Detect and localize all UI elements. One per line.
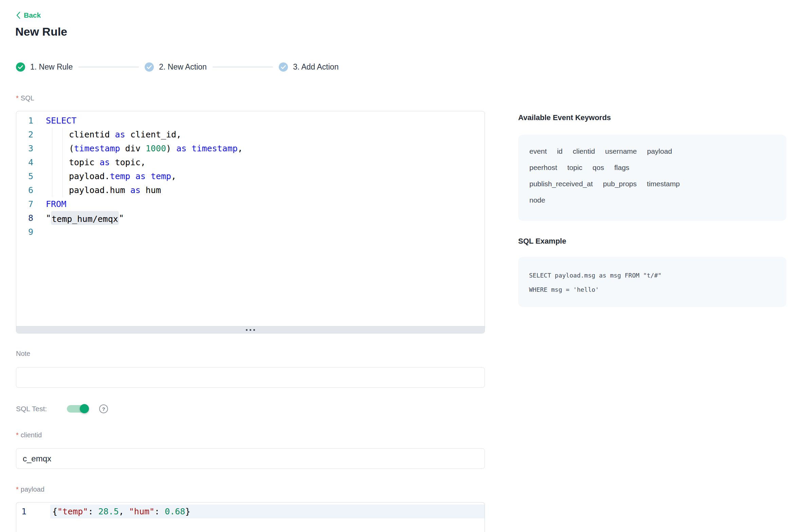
note-input[interactable] <box>16 367 485 388</box>
indent-guide <box>52 128 52 141</box>
event-keyword: topic <box>567 164 582 172</box>
event-keyword: publish_received_at <box>529 180 593 188</box>
keywords-panel-title: Available Event Keywords <box>518 113 611 122</box>
indent-guide <box>52 169 52 183</box>
code-text: (timestamp div 1000) as timestamp, <box>69 141 243 155</box>
line-number: 3 <box>16 141 33 155</box>
code-content: clientid as client_id, <box>46 128 181 141</box>
code-token: as <box>176 144 186 153</box>
code-token: 1000 <box>146 144 166 153</box>
sql-example-panel: SELECT payload.msg as msg FROM "t/#"WHER… <box>518 257 786 307</box>
code-content: payload.temp as temp, <box>46 169 176 183</box>
indent-guide <box>62 128 63 141</box>
step-label: 2. New Action <box>159 62 207 72</box>
event-keyword: id <box>557 147 562 155</box>
code-token <box>146 171 151 181</box>
code-token: ) <box>166 144 176 153</box>
editor-resize-handle[interactable] <box>16 326 485 333</box>
clientid-input[interactable] <box>16 448 485 469</box>
line-number: 7 <box>16 197 33 211</box>
sql-test-toggle[interactable] <box>67 405 88 413</box>
sql-code-editor[interactable]: 1SELECT2clientid as client_id,3(timestam… <box>16 111 485 334</box>
required-marker: * <box>16 94 19 102</box>
code-token: payload.hum <box>69 185 130 195</box>
keyword-row: publish_received_atpub_propstimestamp <box>529 176 775 192</box>
back-link[interactable]: Back <box>16 11 41 19</box>
code-text: topic as topic, <box>69 155 146 169</box>
code-token: SELECT <box>46 114 76 128</box>
code-line: 7FROM <box>16 197 485 211</box>
code-token: "hum" <box>129 507 154 516</box>
line-number: 1 <box>16 114 33 128</box>
code-token <box>130 171 135 181</box>
code-token: ( <box>69 144 74 153</box>
code-content: FROM <box>46 197 66 211</box>
code-token: timestamp <box>74 144 120 153</box>
event-keyword: node <box>529 196 545 204</box>
step-3[interactable]: 3. Add Action <box>279 62 339 72</box>
event-keyword: flags <box>614 164 629 172</box>
indent-guide <box>62 155 63 169</box>
sql-test-row: SQL Test: ? <box>16 404 108 413</box>
step-1[interactable]: 1. New Rule <box>16 62 73 72</box>
code-token: as <box>115 130 125 139</box>
code-token: as <box>130 185 141 195</box>
line-number: 9 <box>16 225 33 239</box>
indent-guide <box>62 141 63 155</box>
indent-guide <box>52 155 52 169</box>
code-line: 6payload.hum as hum <box>16 183 485 197</box>
code-token: as <box>135 171 146 181</box>
drag-dot <box>253 329 255 331</box>
clientid-field-label: * clientid <box>16 431 42 439</box>
question-mark-icon[interactable]: ? <box>99 404 108 413</box>
keyword-row: eventidclientidusernamepayload <box>529 143 775 159</box>
code-token: , <box>119 507 129 516</box>
code-token: topic, <box>110 157 145 167</box>
event-keyword: timestamp <box>647 180 680 188</box>
step-2[interactable]: 2. New Action <box>145 62 207 72</box>
example-code-line: SELECT payload.msg as msg FROM "t/#" <box>529 268 776 283</box>
event-keyword: username <box>605 147 637 155</box>
keyword-row: peerhosttopicqosflags <box>529 159 775 176</box>
line-number: 4 <box>16 155 33 169</box>
sql-example-title: SQL Example <box>518 237 566 246</box>
back-label: Back <box>24 11 41 19</box>
code-content: "temp_hum/emqx" <box>46 211 124 225</box>
payload-code-editor[interactable]: 1{"temp": 28.5, "hum": 0.68} <box>16 502 485 532</box>
code-token: div <box>120 144 146 153</box>
page-title: New Rule <box>15 25 67 38</box>
event-keyword: qos <box>593 164 604 172</box>
indent-guide <box>52 183 52 197</box>
code-text: payload.temp as temp, <box>69 169 176 183</box>
code-token <box>186 144 192 153</box>
code-token: timestamp <box>192 144 237 153</box>
active-line-highlight: {"temp": 28.5, "hum": 0.68} <box>50 505 485 518</box>
event-keyword: clientid <box>573 147 595 155</box>
drag-dot <box>246 329 248 331</box>
line-number: 2 <box>16 128 33 141</box>
code-content: topic as topic, <box>46 155 146 169</box>
code-token: topic <box>69 157 99 167</box>
event-keyword: event <box>529 147 547 155</box>
code-token: temp <box>151 171 171 181</box>
step-label: 3. Add Action <box>293 62 339 72</box>
line-number: 8 <box>16 211 33 225</box>
code-content: payload.hum as hum <box>46 183 161 197</box>
check-circle-icon <box>145 62 154 72</box>
event-keyword: payload <box>647 147 672 155</box>
drag-dot <box>250 329 251 331</box>
step-connector <box>78 66 139 68</box>
indent-guide <box>52 141 52 155</box>
code-token: 28.5 <box>98 507 119 516</box>
event-keyword: pub_props <box>603 180 637 188</box>
code-token: : <box>154 507 165 516</box>
line-number: 6 <box>16 183 33 197</box>
code-token: temp <box>110 171 130 181</box>
highlighted-token: temp_hum/emqx <box>51 211 119 225</box>
code-line: 8"temp_hum/emqx" <box>16 211 485 225</box>
new-rule-page: Back New Rule 1. New Rule2. New Action3.… <box>0 0 800 532</box>
note-field-label: Note <box>16 350 30 358</box>
code-token: FROM <box>46 197 66 211</box>
code-line: 3(timestamp div 1000) as timestamp, <box>16 141 485 155</box>
code-content: SELECT <box>46 114 76 128</box>
